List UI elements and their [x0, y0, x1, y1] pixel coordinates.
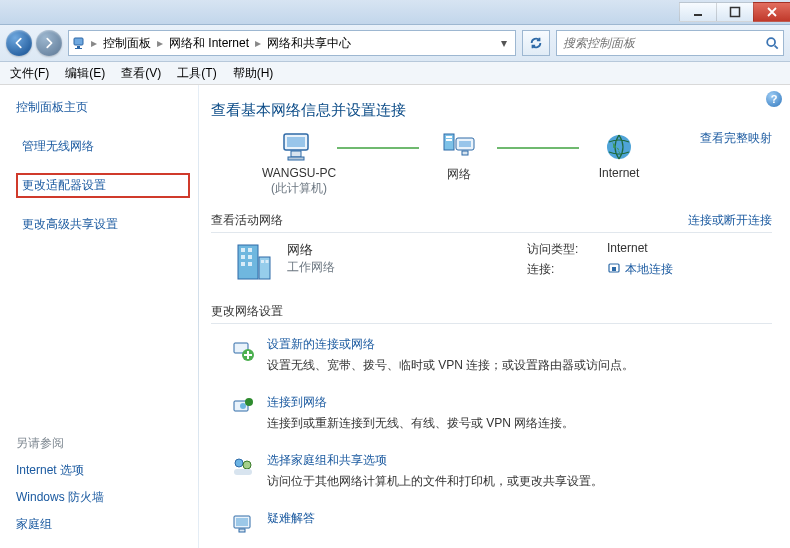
breadcrumb-seg-network-internet[interactable]: 网络和 Internet [165, 35, 253, 52]
sidebar-seealso: 另请参阅 Internet 选项 Windows 防火墙 家庭组 [16, 435, 104, 543]
svg-rect-8 [291, 151, 301, 157]
seealso-label: 另请参阅 [16, 435, 104, 452]
svg-rect-2 [74, 38, 83, 45]
active-network-name[interactable]: 网络 [287, 241, 487, 259]
connection-label: 连接: [527, 261, 595, 278]
troubleshoot-icon [229, 510, 257, 538]
chevron-right-icon: ▸ [155, 36, 165, 50]
seealso-firewall[interactable]: Windows 防火墙 [16, 489, 104, 506]
window-minimize-button[interactable] [679, 2, 717, 22]
view-full-map-link[interactable]: 查看完整映射 [700, 130, 772, 147]
svg-point-32 [240, 403, 246, 409]
svg-rect-18 [241, 248, 245, 252]
menu-edit[interactable]: 编辑(E) [65, 65, 105, 82]
sidebar-home[interactable]: 控制面板主页 [16, 99, 190, 116]
setting-title: 选择家庭组和共享选项 [267, 452, 603, 469]
svg-rect-1 [731, 8, 740, 17]
page-title: 查看基本网络信息并设置连接 [211, 101, 772, 120]
active-network-row: 网络 工作网络 访问类型: Internet 连接: 本地连接 [211, 241, 772, 283]
svg-rect-39 [239, 529, 245, 532]
sidebar-item-advanced-sharing[interactable]: 更改高级共享设置 [16, 212, 190, 237]
refresh-button[interactable] [522, 30, 550, 56]
section-heading: 查看活动网络 [211, 212, 283, 229]
map-node-label: Internet [559, 166, 679, 180]
svg-rect-21 [248, 255, 252, 259]
setting-desc: 设置无线、宽带、拨号、临时或 VPN 连接；或设置路由器或访问点。 [267, 357, 634, 374]
setting-title: 连接到网络 [267, 394, 574, 411]
network-map: 查看完整映射 WANGSU-PC (此计算机) 网络 Inter [219, 130, 772, 206]
setting-title: 疑难解答 [267, 510, 315, 527]
setting-new-connection[interactable]: 设置新的连接或网络 设置无线、宽带、拨号、临时或 VPN 连接；或设置路由器或访… [211, 332, 772, 390]
setting-desc: 访问位于其他网络计算机上的文件和打印机，或更改共享设置。 [267, 473, 603, 490]
network-icon [442, 132, 476, 165]
window-close-button[interactable] [753, 2, 790, 22]
connect-network-icon [229, 394, 257, 422]
menu-tools[interactable]: 工具(T) [177, 65, 216, 82]
search-icon [764, 35, 779, 51]
search-control-panel[interactable] [556, 30, 784, 56]
connect-disconnect-link[interactable]: 连接或断开连接 [688, 212, 772, 229]
svg-point-33 [245, 398, 253, 406]
map-node-internet[interactable]: Internet [559, 130, 679, 180]
sidebar: 控制面板主页 管理无线网络 更改适配器设置 更改高级共享设置 另请参阅 Inte… [0, 85, 198, 548]
map-node-sublabel: (此计算机) [239, 180, 359, 197]
breadcrumb-dropdown[interactable]: ▾ [495, 36, 513, 50]
seealso-homegroup[interactable]: 家庭组 [16, 516, 104, 533]
map-node-this-pc[interactable]: WANGSU-PC (此计算机) [239, 130, 359, 197]
network-building-icon [229, 241, 277, 283]
breadcrumb[interactable]: ▸ 控制面板 ▸ 网络和 Internet ▸ 网络和共享中心 ▾ [68, 30, 516, 56]
svg-rect-3 [77, 46, 80, 48]
active-network-type[interactable]: 工作网络 [287, 259, 487, 276]
svg-rect-0 [694, 14, 702, 16]
breadcrumb-seg-control-panel[interactable]: 控制面板 [99, 35, 155, 52]
map-node-label: WANGSU-PC [239, 166, 359, 180]
network-center-icon [71, 34, 89, 52]
svg-rect-20 [241, 255, 245, 259]
svg-rect-28 [612, 267, 616, 271]
svg-rect-26 [266, 260, 269, 263]
menu-help[interactable]: 帮助(H) [233, 65, 274, 82]
svg-rect-36 [234, 469, 252, 475]
svg-rect-19 [248, 248, 252, 252]
local-connection-link[interactable]: 本地连接 [607, 261, 673, 278]
svg-rect-12 [446, 139, 452, 141]
setting-desc: 连接到或重新连接到无线、有线、拨号或 VPN 网络连接。 [267, 415, 574, 432]
svg-point-34 [235, 459, 243, 467]
menu-view[interactable]: 查看(V) [121, 65, 161, 82]
seealso-internet-options[interactable]: Internet 选项 [16, 462, 104, 479]
main-content: ? 查看基本网络信息并设置连接 查看完整映射 WANGSU-PC (此计算机) … [199, 85, 790, 548]
local-connection-text: 本地连接 [625, 261, 673, 278]
svg-point-16 [607, 135, 631, 159]
setting-homegroup-sharing[interactable]: 选择家庭组和共享选项 访问位于其他网络计算机上的文件和打印机，或更改共享设置。 [211, 448, 772, 506]
menu-file[interactable]: 文件(F) [10, 65, 49, 82]
access-type-value: Internet [607, 241, 648, 258]
svg-rect-9 [288, 157, 304, 160]
window-maximize-button[interactable] [716, 2, 754, 22]
svg-rect-15 [462, 151, 468, 155]
help-icon[interactable]: ? [766, 91, 782, 107]
nav-forward-button[interactable] [36, 30, 62, 56]
access-type-label: 访问类型: [527, 241, 595, 258]
chevron-right-icon: ▸ [89, 36, 99, 50]
map-node-network[interactable]: 网络 [399, 130, 519, 183]
setting-troubleshoot[interactable]: 疑难解答 [211, 506, 772, 538]
svg-rect-11 [446, 136, 452, 138]
svg-rect-25 [261, 260, 264, 263]
svg-rect-23 [248, 262, 252, 266]
sidebar-item-adapter-settings[interactable]: 更改适配器设置 [16, 173, 190, 198]
sidebar-item-wireless[interactable]: 管理无线网络 [16, 134, 190, 159]
svg-rect-4 [75, 48, 82, 49]
nav-back-button[interactable] [6, 30, 32, 56]
search-input[interactable] [561, 35, 764, 51]
svg-rect-7 [287, 137, 305, 147]
svg-rect-14 [459, 141, 471, 147]
setting-connect-network[interactable]: 连接到网络 连接到或重新连接到无线、有线、拨号或 VPN 网络连接。 [211, 390, 772, 448]
window-titlebar [0, 0, 790, 25]
svg-point-35 [243, 461, 251, 469]
address-row: ▸ 控制面板 ▸ 网络和 Internet ▸ 网络和共享中心 ▾ [0, 25, 790, 62]
map-node-label: 网络 [399, 166, 519, 183]
svg-rect-38 [236, 518, 248, 526]
new-connection-icon [229, 336, 257, 364]
breadcrumb-seg-sharing-center[interactable]: 网络和共享中心 [263, 35, 355, 52]
chevron-right-icon: ▸ [253, 36, 263, 50]
